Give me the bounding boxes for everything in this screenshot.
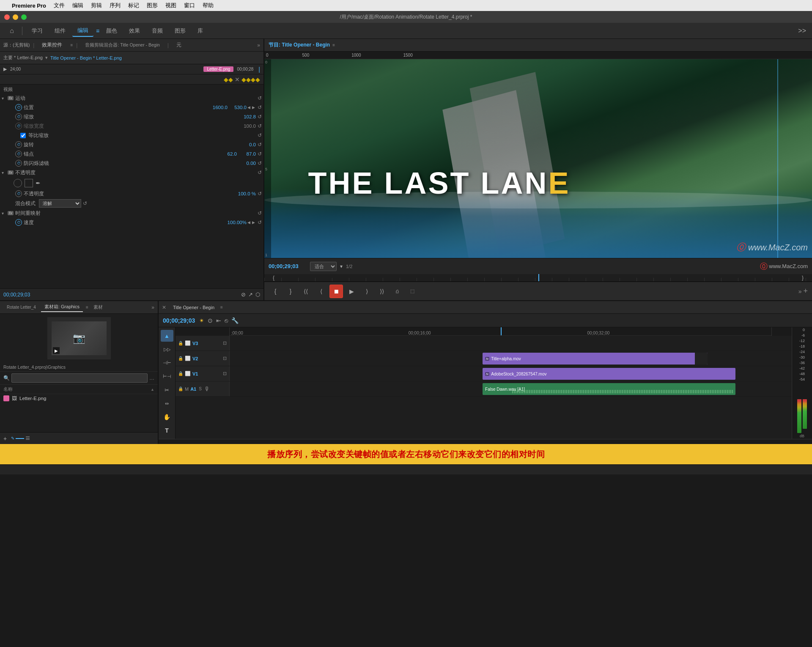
pencil-icon[interactable]: ✎: [11, 436, 14, 441]
menu-file[interactable]: 文件: [54, 2, 65, 9]
opacity-header-reset[interactable]: ↺: [258, 170, 262, 175]
clip-name-block[interactable]: Letter-E.png: [203, 66, 233, 72]
linked-tool[interactable]: ⎋: [224, 316, 229, 325]
speed-stopwatch[interactable]: ⏱: [15, 219, 22, 226]
workspace-more[interactable]: >>: [798, 27, 806, 35]
rotation-val[interactable]: 0.0: [233, 142, 256, 147]
timeline-scroll[interactable]: [159, 439, 812, 444]
fit-select[interactable]: 适合 100% 50%: [310, 262, 337, 271]
menu-marker[interactable]: 标记: [128, 2, 139, 9]
col-name-header[interactable]: 名称: [3, 386, 151, 392]
v1-lock[interactable]: 🔒: [178, 371, 183, 376]
tab-color[interactable]: 颜色: [101, 25, 122, 36]
menu-help[interactable]: 帮助: [203, 2, 214, 9]
clip-audio[interactable]: False Dawn.wav [A1]: [483, 383, 735, 395]
step-forward-btn[interactable]: ⟩: [360, 285, 373, 298]
keyframe-x[interactable]: ✕: [235, 76, 240, 83]
new-bin-icon[interactable]: +: [3, 435, 7, 442]
in-point-marker[interactable]: {: [273, 275, 274, 281]
ec-play-icon[interactable]: ▶: [3, 66, 7, 72]
scale-width-val[interactable]: 100.0: [233, 123, 256, 129]
effect-controls-menu-icon[interactable]: ≡: [70, 43, 73, 47]
close-button[interactable]: [4, 14, 10, 20]
go-to-in-btn[interactable]: ⟨⟨: [299, 285, 313, 298]
wrench-tool[interactable]: 🔧: [230, 316, 239, 325]
stop-button[interactable]: ⏹: [329, 285, 343, 298]
list-icon[interactable]: ≡: [25, 434, 30, 443]
speed-next[interactable]: ▶: [252, 220, 255, 225]
square-tool[interactable]: [25, 179, 33, 187]
tab-edit[interactable]: 编辑: [72, 25, 93, 37]
speed-prev[interactable]: ◀: [247, 220, 250, 225]
rolling-edit-tool[interactable]: ⊢⊣: [161, 370, 173, 382]
antiflicker-val[interactable]: 0.00: [233, 161, 256, 166]
minimize-button[interactable]: [13, 14, 18, 20]
forward-icon[interactable]: ↗: [248, 291, 253, 298]
anchor-stopwatch[interactable]: ⏱: [15, 151, 22, 157]
scale-width-reset[interactable]: ↺: [258, 123, 262, 129]
slip-tool[interactable]: ⇔: [161, 398, 173, 409]
tab-sequence-menu[interactable]: ≡: [220, 305, 223, 310]
search-input[interactable]: [11, 373, 148, 383]
pen-tool[interactable]: ✒: [36, 180, 41, 186]
track-select-tool[interactable]: ▷▷: [161, 343, 173, 355]
program-menu-icon[interactable]: ≡: [332, 43, 335, 47]
opacity-val[interactable]: 100.0 %: [233, 191, 256, 196]
hand-tool[interactable]: ✋: [161, 411, 173, 423]
play-btn[interactable]: ▶: [345, 285, 358, 298]
scale-val[interactable]: 102.8: [233, 114, 256, 119]
anchor-x[interactable]: 62.0: [214, 151, 237, 156]
scale-stopwatch[interactable]: ⏱: [15, 113, 22, 120]
ripple-edit-tool[interactable]: ⊣⊢: [161, 357, 173, 369]
assets-menu-icon[interactable]: ≡: [86, 305, 88, 310]
tab-media[interactable]: 素材: [90, 303, 106, 312]
export-icon[interactable]: ⬡: [255, 291, 260, 298]
step-back-btn[interactable]: ⟨: [314, 285, 328, 298]
scale-reset[interactable]: ↺: [258, 114, 262, 120]
rotation-reset[interactable]: ↺: [258, 142, 262, 148]
a1-mute[interactable]: M: [185, 387, 189, 392]
mark-in-btn[interactable]: {: [269, 285, 282, 298]
opacity-toggle[interactable]: ▾: [2, 170, 8, 175]
effect-controls-scroll[interactable]: 视频 ▾ fx 运动 ↺ ⏱ 位置 1600.0 530.0 ◀ ▶ ↺: [0, 85, 263, 288]
tab-assembly[interactable]: 组件: [49, 25, 71, 36]
tab-sequence[interactable]: Title Opener - Begin: [170, 304, 218, 311]
tab-audio[interactable]: 音频: [147, 25, 168, 36]
out-point-marker[interactable]: }: [802, 275, 804, 281]
scale-width-stopwatch[interactable]: ⏱: [15, 123, 22, 129]
position-next[interactable]: ▶: [252, 105, 255, 110]
a1-s[interactable]: S: [199, 387, 202, 391]
assets-more[interactable]: »: [151, 304, 154, 310]
menu-sequence[interactable]: 序列: [110, 2, 121, 9]
insert-btn[interactable]: ⎙: [390, 285, 404, 298]
retime-reset[interactable]: ↺: [258, 210, 262, 216]
clip-stock[interactable]: fx AdobeStock_208267547.mov: [483, 368, 735, 380]
home-button[interactable]: ⌂: [6, 25, 18, 37]
selection-tool[interactable]: ▲: [161, 330, 173, 342]
panel-expand-icon[interactable]: »: [257, 42, 260, 48]
transport-more-btn[interactable]: »: [798, 288, 802, 295]
maximize-button[interactable]: [21, 14, 27, 20]
text-tool[interactable]: T: [161, 425, 173, 436]
position-prev[interactable]: ◀: [247, 105, 250, 110]
antiflicker-stopwatch[interactable]: ⏱: [15, 160, 22, 167]
menu-window[interactable]: 窗口: [184, 2, 195, 9]
motion-toggle[interactable]: ▾: [2, 96, 8, 101]
rotation-stopwatch[interactable]: ⏱: [15, 141, 22, 148]
asset-item-letter-e[interactable]: 🖼 Letter-E.png: [0, 394, 158, 403]
tab-library[interactable]: 库: [192, 25, 208, 36]
clip-title-alpha[interactable]: fx Title+alpha.mov: [483, 353, 708, 365]
tab-project[interactable]: Rotate Letter_4: [3, 304, 39, 311]
menu-graphics[interactable]: 图形: [147, 2, 158, 9]
tab-learn[interactable]: 学习: [27, 25, 48, 36]
position-x[interactable]: 1600.0: [204, 105, 228, 110]
menu-edit[interactable]: 编辑: [72, 2, 83, 9]
v2-solo[interactable]: ⊡: [223, 356, 227, 361]
transport-ruler[interactable]: { }: [264, 274, 812, 282]
a1-lock[interactable]: 🔒: [178, 387, 183, 391]
opacity-stopwatch[interactable]: ⏱: [15, 190, 22, 197]
motion-reset[interactable]: ↺: [258, 95, 262, 101]
anchor-y[interactable]: 87.0: [237, 151, 256, 156]
tab-graphics-bin[interactable]: 素材箱: Graphics: [41, 302, 83, 312]
v2-lock[interactable]: 🔒: [178, 356, 183, 361]
